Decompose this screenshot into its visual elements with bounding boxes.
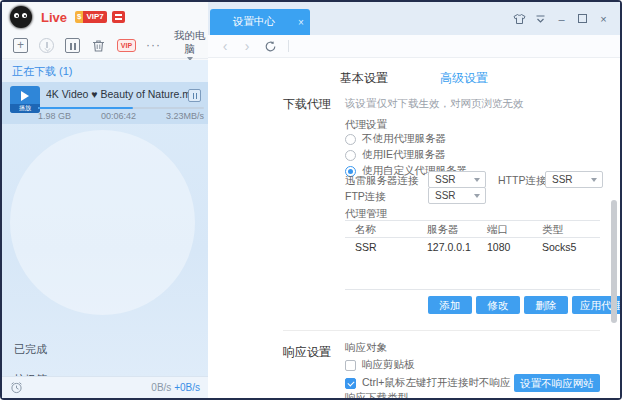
maximize-icon: [578, 14, 587, 23]
refresh-button[interactable]: [258, 40, 282, 53]
vip-level-badge[interactable]: $VIP7: [75, 11, 107, 23]
forward-button[interactable]: ›: [236, 39, 258, 53]
delete-task-button[interactable]: [91, 38, 106, 53]
download-item-title: 4K Video ♥ Beauty of Nature.mp4: [46, 88, 188, 100]
download-arrow-icon: [39, 38, 54, 53]
live-label: Live: [41, 10, 67, 25]
tab-close-icon[interactable]: ×: [292, 17, 310, 28]
red-promo-badge-icon[interactable]: [112, 11, 125, 23]
minimize-button[interactable]: –: [551, 2, 572, 35]
tab-title: 设置中心: [210, 15, 292, 29]
titlebar: 设置中心 × – ×: [208, 2, 620, 35]
vip-level-label: VIP7: [83, 11, 106, 23]
dollar-icon: $: [75, 11, 83, 23]
tshirt-icon: [513, 13, 526, 25]
add-proxy-button[interactable]: 添加: [428, 296, 472, 314]
speed-indicator: 0B/s +0B/s: [151, 382, 200, 393]
response-download-type-label: 响应下载类型: [345, 391, 408, 398]
my-computer-label: 我的电脑: [174, 29, 206, 55]
skin-button[interactable]: [509, 2, 530, 35]
time-remaining: 00:06:42: [101, 111, 136, 121]
vip-accelerate-button[interactable]: VIP: [117, 39, 136, 52]
item-pause-button[interactable]: [188, 89, 201, 102]
radio-ie-proxy[interactable]: 使用IE代理服务器: [345, 148, 445, 162]
left-statusbar: 0B/s +0B/s: [2, 376, 208, 398]
brand-row: Live $VIP7: [2, 2, 208, 32]
checkbox-clipboard[interactable]: 响应剪贴板: [345, 358, 415, 372]
schedule-clock-icon[interactable]: [10, 381, 23, 394]
proxy-table: 名称 服务器 端口 类型 SSR 127.0.0.1 1080 Socks5: [345, 220, 600, 290]
plus-icon: +: [13, 38, 28, 53]
tab-settings-center[interactable]: 设置中心 ×: [210, 9, 310, 35]
left-panel: Live $VIP7 + VIP ··· 我的电脑 正在下载 (1): [2, 2, 208, 398]
radio-no-proxy[interactable]: 不使用代理服务器: [345, 132, 446, 146]
settings-navbar: ‹ ›: [208, 35, 620, 58]
proxy-note: 该设置仅对下载生效，对网页浏览无效: [345, 97, 524, 111]
scrollbar-thumb[interactable]: [611, 200, 617, 323]
ftp-connection-label: FTP连接: [345, 190, 386, 204]
downloading-section-header[interactable]: 正在下载 (1): [2, 60, 208, 82]
http-connection-select[interactable]: SSR: [545, 171, 603, 188]
http-connection-label: HTTP连接: [498, 174, 546, 188]
download-item-stats: 1.98 GB 00:06:42 3.23MB/s: [38, 111, 204, 121]
ftp-connection-select[interactable]: SSR: [428, 187, 486, 204]
settings-tabs: 基本设置 高级设置: [208, 66, 620, 91]
set-no-response-sites-button[interactable]: 设置不响应网站: [514, 374, 600, 392]
download-speed: 3.23MB/s: [166, 111, 204, 121]
vip-icon: VIP: [117, 39, 136, 52]
proxy-group-label: 代理设置: [345, 118, 387, 132]
cell-port: 1080: [487, 238, 542, 256]
video-thumbnail[interactable]: 播放: [10, 86, 40, 113]
upload-rate: +0B/s: [174, 382, 200, 393]
progress-fill: [38, 107, 133, 109]
col-port: 端口: [487, 221, 542, 237]
start-download-button[interactable]: [39, 38, 54, 53]
response-group-label: 响应对象: [345, 341, 387, 355]
back-button[interactable]: ‹: [214, 39, 236, 53]
refresh-icon: [264, 40, 277, 53]
close-button[interactable]: ×: [593, 2, 614, 35]
cell-type: Socks5: [542, 238, 600, 256]
section-download-proxy: 下载代理: [283, 96, 331, 113]
col-server: 服务器: [427, 221, 487, 237]
settings-content: 基本设置 高级设置 下载代理 该设置仅对下载生效，对网页浏览无效 代理设置 不使…: [208, 58, 620, 398]
thumbnail-badge: 播放: [10, 104, 40, 113]
download-list: 正在下载 (1) 播放 4K Video ♥ Beauty of Nature.…: [2, 60, 208, 378]
download-item-row[interactable]: 播放 4K Video ♥ Beauty of Nature.mp4 1.98 …: [2, 82, 208, 124]
proxy-table-header: 名称 服务器 端口 类型: [345, 221, 600, 238]
proxy-manage-label: 代理管理: [345, 207, 387, 221]
checkbox-label: 响应剪贴板: [362, 358, 415, 372]
cell-name: SSR: [345, 238, 427, 256]
col-type: 类型: [542, 221, 600, 237]
menu-chevron-icon: [535, 14, 546, 24]
tab-basic-settings[interactable]: 基本设置: [338, 66, 390, 91]
section-divider: [283, 330, 600, 331]
table-row[interactable]: SSR 127.0.0.1 1080 Socks5: [345, 238, 600, 256]
more-actions-button[interactable]: ···: [146, 38, 161, 52]
progress-bar: [38, 107, 204, 109]
maximize-button[interactable]: [572, 2, 593, 35]
new-task-button[interactable]: +: [13, 38, 28, 53]
navbar-divider: [288, 40, 289, 52]
my-computer-dropdown[interactable]: 我的电脑: [173, 29, 208, 61]
modify-proxy-button[interactable]: 修改: [476, 296, 520, 314]
tab-advanced-settings[interactable]: 高级设置: [438, 66, 490, 91]
checkbox-label: Ctrl+鼠标左键打开连接时不响应: [362, 376, 510, 390]
window-controls: – ×: [509, 2, 614, 35]
thunder-connection-select[interactable]: SSR: [428, 171, 486, 188]
pause-icon: [65, 38, 80, 53]
select-value: SSR: [552, 174, 573, 185]
pause-all-button[interactable]: [65, 38, 80, 53]
radio-label: 不使用代理服务器: [362, 132, 446, 146]
play-icon: [21, 91, 29, 101]
radio-icon: [345, 150, 356, 161]
col-name: 名称: [345, 221, 427, 237]
radio-icon: [345, 134, 356, 145]
main-menu-button[interactable]: [530, 2, 551, 35]
delete-proxy-button[interactable]: 删除: [524, 296, 568, 314]
checkbox-ctrl-click[interactable]: Ctrl+鼠标左键打开连接时不响应 i: [345, 376, 525, 390]
section-response-settings: 响应设置: [283, 344, 331, 361]
file-size: 1.98 GB: [38, 111, 71, 121]
sidebar-item-completed[interactable]: 已完成: [2, 336, 208, 362]
trash-icon: [91, 38, 106, 53]
